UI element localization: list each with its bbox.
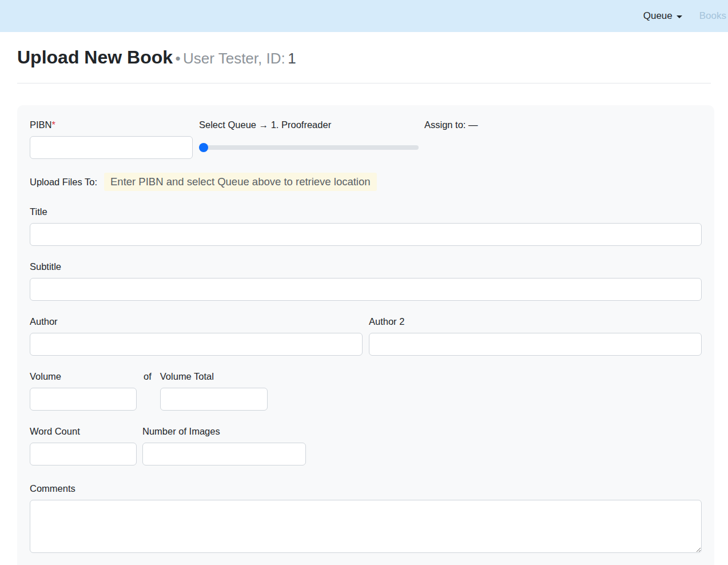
queue-slider[interactable] xyxy=(199,145,419,150)
author2-input[interactable] xyxy=(369,333,702,356)
word-count-field-group: Word Count xyxy=(30,424,137,465)
upload-location-hint: Enter PIBN and select Queue above to ret… xyxy=(104,173,377,191)
number-of-images-input[interactable] xyxy=(142,443,306,465)
volume-row: Volume of Volume Total xyxy=(30,369,702,411)
subtitle-field-group: Subtitle xyxy=(30,260,702,301)
author-field-group: Author xyxy=(30,315,363,356)
pibn-field-group: PIBN* xyxy=(30,118,193,159)
queue-dropdown[interactable]: Queue xyxy=(643,10,682,22)
header-divider xyxy=(17,83,711,83)
header-user-id: 1 xyxy=(288,50,296,67)
chevron-down-icon xyxy=(677,15,682,18)
queue-dropdown-label: Queue xyxy=(643,10,673,22)
number-of-images-label: Number of Images xyxy=(142,424,306,438)
header-user-label: User Tester, ID: xyxy=(183,50,285,67)
author-input[interactable] xyxy=(30,333,363,356)
nav-link-books[interactable]: Books xyxy=(699,10,726,22)
top-navbar: Queue Books xyxy=(0,0,728,32)
pibn-queue-row: PIBN* Select Queue → 1. Proofreader Assi… xyxy=(30,118,702,159)
number-of-images-field-group: Number of Images xyxy=(142,424,306,465)
title-label: Title xyxy=(30,205,702,218)
volume-total-label: Volume Total xyxy=(160,369,268,383)
comments-label: Comments xyxy=(30,482,702,495)
upload-files-to-label: Upload Files To: xyxy=(30,177,97,188)
authors-row: Author Author 2 xyxy=(30,315,702,356)
page-header: Upload New Book • User Tester, ID: 1 xyxy=(0,32,728,68)
queue-slider-track-wrap xyxy=(199,136,419,159)
volume-total-field-group: Volume Total xyxy=(160,369,268,411)
pibn-label: PIBN* xyxy=(30,118,193,132)
author2-label: Author 2 xyxy=(369,315,702,328)
word-count-input[interactable] xyxy=(30,443,137,465)
volume-input[interactable] xyxy=(30,388,137,411)
comments-field-group: Comments xyxy=(30,482,702,553)
page-title: Upload New Book xyxy=(17,47,173,67)
upload-form-card: PIBN* Select Queue → 1. Proofreader Assi… xyxy=(17,105,714,565)
assign-to-group: Assign to: — xyxy=(424,118,702,159)
volume-field-group: Volume xyxy=(30,369,137,411)
title-input[interactable] xyxy=(30,223,702,246)
counts-row: Word Count Number of Images xyxy=(30,424,702,465)
subtitle-label: Subtitle xyxy=(30,260,702,273)
volume-label: Volume xyxy=(30,369,137,383)
assign-to-label: Assign to: — xyxy=(424,118,702,132)
author2-field-group: Author 2 xyxy=(369,315,702,356)
upload-location-row: Upload Files To: Enter PIBN and select Q… xyxy=(30,173,702,191)
queue-slider-group: Select Queue → 1. Proofreader xyxy=(199,118,419,159)
author-label: Author xyxy=(30,315,363,328)
word-count-label: Word Count xyxy=(30,424,137,438)
header-separator: • xyxy=(175,50,180,67)
queue-slider-label: Select Queue → 1. Proofreader xyxy=(199,118,419,132)
subtitle-input[interactable] xyxy=(30,278,702,301)
pibn-input[interactable] xyxy=(30,136,193,159)
comments-textarea[interactable] xyxy=(30,500,702,553)
volume-total-input[interactable] xyxy=(160,388,268,411)
title-field-group: Title xyxy=(30,205,702,246)
of-label: of xyxy=(144,369,152,411)
required-asterisk: * xyxy=(52,120,55,130)
